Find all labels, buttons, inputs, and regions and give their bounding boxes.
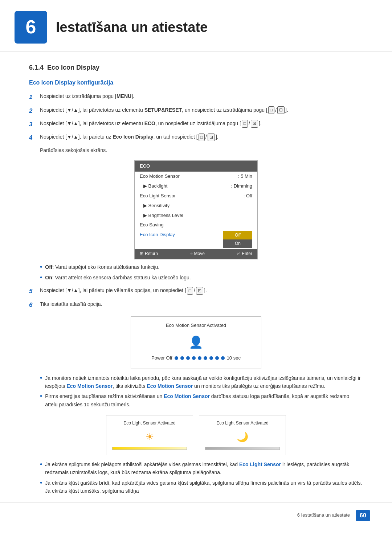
step-text-6: Tiks iestatīta atlasītā opcija.: [40, 300, 363, 308]
menu-label-brightness-level: ▶ Brightness Level: [143, 212, 183, 219]
enter-icon: ⏎: [237, 250, 240, 257]
menu-value-eco-icon-display: Off On: [223, 231, 252, 248]
dot-7: [209, 356, 213, 360]
eco-light-bullet-1: • Ja ekrāna spilgtums tiek pielāgots atb…: [40, 460, 363, 477]
step-text-1: Nospiediet uz izstrādājuma pogu [MENU].: [40, 92, 363, 100]
dot-9: [221, 356, 225, 360]
step-3: 3 Nospiediet [▼/▲], lai pārvietotos uz e…: [29, 119, 363, 129]
bullet-dot-1: •: [40, 263, 42, 271]
menu-row-eco-icon-display: Eco Icon Display Off On: [135, 230, 257, 249]
sensor-light-box: Eco Light Sensor Activated ☀: [106, 415, 193, 455]
menu-value-backlight: : Dimming: [231, 182, 252, 190]
eco-motion-text-1: Ja monitors netiek izmantots noteiktu la…: [45, 374, 363, 390]
bullet-dot-4: •: [40, 392, 42, 401]
menu-value-eco-motion: : 5 Min: [238, 173, 252, 180]
eco-menu-box: ECO Eco Motion Sensor : 5 Min ▶ Backligh…: [134, 160, 258, 259]
dot-2: [180, 356, 184, 360]
section-number-title: 6.1.4 Eco Icon Display: [29, 62, 363, 73]
power-off-label: Power Off: [151, 354, 172, 362]
menu-label-sensitivity: ▶ Sensitivity: [143, 202, 170, 210]
menu-label-eco-light: Eco Light Sensor: [140, 192, 176, 200]
eco-light-text-1: Ja ekrāna spilgtums tiek pielāgots atbil…: [45, 460, 363, 477]
sensor-activated-title: Eco Motion Sensor Activated: [138, 322, 254, 329]
bullet-off-text: Off: Varat atspējot eko ikonas attēlošan…: [45, 263, 159, 271]
eco-light-bullet-2: • Ja ekrāns kļūst gaišāks brīdī, kad apk…: [40, 479, 363, 495]
bullet-dot-3: •: [40, 374, 42, 382]
dot-6: [204, 356, 207, 360]
return-label: Return: [145, 250, 158, 257]
off-on-list: • Off: Varat atspējot eko ikonas attēloš…: [40, 263, 363, 282]
menu-row-sensitivity: ▶ Sensitivity: [135, 201, 257, 211]
step-1: 1 Nospiediet uz izstrādājuma pogu [MENU]…: [29, 92, 363, 102]
footer-enter: ⏎ Enter: [237, 250, 252, 257]
sensor-pair-wrapper: Eco Light Sensor Activated ☀ Eco Light S…: [29, 415, 363, 455]
eco-light-bullets: • Ja ekrāna spilgtums tiek pielāgots atb…: [40, 460, 363, 495]
step-text-4: Nospiediet [▼/▲], lai pārietu uz Eco Ico…: [40, 133, 363, 141]
eco-motion-bullets: • Ja monitors netiek izmantots noteiktu …: [40, 374, 363, 409]
menu-row-eco-light: Eco Light Sensor : Off: [135, 191, 257, 201]
step-num-1: 1: [29, 92, 38, 102]
dot-3: [186, 356, 190, 360]
footer-chapter-label: 6 Iestatīšana un atiestate: [297, 512, 350, 519]
menu-title: ECO: [135, 161, 257, 172]
brightness-bar-dark: [205, 447, 280, 450]
bullet-on: • On: Varat attēlot eko sensora darbības…: [40, 274, 363, 282]
step-num-4: 4: [29, 133, 38, 143]
step-num-5: 5: [29, 286, 38, 296]
section-subheading: Eco Icon Display konfigurācija: [29, 78, 363, 87]
sensor-activated-wrapper: Eco Motion Sensor Activated 👤 Power Off …: [29, 316, 363, 369]
sensor-dark-box: Eco Light Sensor Activated 🌙: [199, 415, 286, 455]
section-title: Eco Icon Display: [47, 64, 99, 71]
step-num-3: 3: [29, 119, 38, 129]
steps-5-6-list: 5 Nospiediet [▼/▲], lai pārietu pie vēla…: [29, 286, 363, 309]
step-4-sub: Parādīsies sekojošais ekrāns.: [40, 146, 363, 154]
dot-8: [215, 356, 219, 360]
dot-5: [198, 356, 201, 360]
eco-motion-bullet-2: • Pirms enerģijas taupīšanas režīma akti…: [40, 392, 363, 409]
menu-row-eco-motion: Eco Motion Sensor : 5 Min: [135, 172, 257, 181]
ten-sec-label: 10 sec: [227, 354, 241, 362]
page-footer: 6 Iestatīšana un atiestate 60: [0, 502, 392, 528]
step-2: 2 Nospiediet [▼/▲], lai pārvietotos uz e…: [29, 106, 363, 116]
dot-4: [192, 356, 196, 360]
eco-motion-bullet-1: • Ja monitors netiek izmantots noteiktu …: [40, 374, 363, 390]
bullet-dot-6: •: [40, 479, 42, 487]
sun-icon: ☀: [112, 430, 187, 445]
step-text-2: Nospiediet [▼/▲], lai pārvietotos uz ele…: [40, 106, 363, 114]
bullet-on-text: On: Varat attēlot eko sensora darbības s…: [45, 274, 191, 282]
bullet-dot-2: •: [40, 274, 42, 282]
menu-row-backlight: ▶ Backlight : Dimming: [135, 181, 257, 191]
brightness-bar-light: [112, 447, 187, 450]
menu-label-backlight: ▶ Backlight: [143, 182, 167, 190]
dropdown-off: Off: [223, 231, 252, 239]
step-4: 4 Nospiediet [▼/▲], lai pārietu uz Eco I…: [29, 133, 363, 143]
step-num-6: 6: [29, 300, 38, 310]
sensor-dots-row: Power Off 10 sec: [138, 354, 254, 362]
chapter-badge: 6: [15, 11, 47, 44]
step-6: 6 Tiks iestatīta atlasītā opcija.: [29, 300, 363, 310]
menu-row-brightness-level: ▶ Brightness Level: [135, 211, 257, 221]
content-area: 6.1.4 Eco Icon Display Eco Icon Display …: [0, 62, 392, 495]
step-text-5: Nospiediet [▼/▲], lai pārietu pie vēlamā…: [40, 286, 363, 295]
footer-return: ⊞ Return: [140, 250, 158, 257]
return-icon: ⊞: [140, 250, 143, 257]
move-icon: ⟐: [190, 250, 193, 257]
steps-list: 1 Nospiediet uz izstrādājuma pogu [MENU]…: [29, 92, 363, 143]
menu-dropdown: Off On: [223, 231, 252, 248]
enter-label: Enter: [242, 250, 252, 257]
menu-footer: ⊞ Return ⟐ Move ⏎ Enter: [135, 249, 257, 259]
page-header: 6 Iestatīšana un atiestate: [0, 0, 392, 52]
bullet-dot-5: •: [40, 460, 42, 469]
sensor-person-icon: 👤: [138, 333, 254, 352]
moon-icon: 🌙: [205, 430, 280, 445]
sensor-light-title: Eco Light Sensor Activated: [112, 420, 187, 427]
step-num-2: 2: [29, 106, 38, 116]
section-number: 6.1.4: [29, 64, 44, 71]
menu-label-eco-icon-display: Eco Icon Display: [140, 231, 175, 239]
sensor-activated-box: Eco Motion Sensor Activated 👤 Power Off …: [131, 316, 261, 369]
menu-label-eco-motion: Eco Motion Sensor: [140, 173, 180, 180]
dot-1: [175, 356, 178, 360]
move-label: Move: [194, 250, 205, 257]
eco-light-text-2: Ja ekrāns kļūst gaišāks brīdī, kad apkār…: [45, 479, 363, 495]
bullet-off: • Off: Varat atspējot eko ikonas attēloš…: [40, 263, 363, 271]
